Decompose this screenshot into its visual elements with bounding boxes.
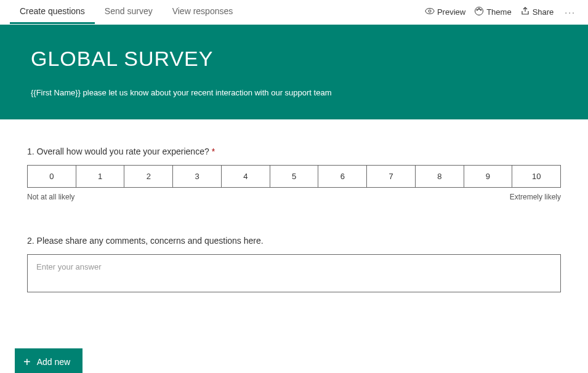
svg-point-0 bbox=[425, 9, 434, 14]
question-1-number: 1. bbox=[27, 146, 34, 156]
question-1-text: Overall how would you rate your experien… bbox=[37, 146, 209, 156]
rating-option-1[interactable]: 1 bbox=[76, 166, 125, 187]
svg-point-4 bbox=[478, 9, 480, 10]
answer-textarea[interactable] bbox=[27, 254, 561, 292]
question-2-label: 2. Please share any comments, concerns a… bbox=[27, 236, 561, 246]
rating-option-9[interactable]: 9 bbox=[464, 166, 513, 187]
survey-content: 1. Overall how would you rate your exper… bbox=[0, 119, 588, 343]
rating-option-7[interactable]: 7 bbox=[367, 166, 416, 187]
svg-point-5 bbox=[480, 9, 481, 10]
rating-left-label: Not at all likely bbox=[27, 193, 75, 201]
rating-option-2[interactable]: 2 bbox=[124, 166, 173, 187]
survey-header: GLOBAL SURVEY {{First Name}} please let … bbox=[0, 25, 588, 119]
rating-option-6[interactable]: 6 bbox=[318, 166, 367, 187]
question-1: 1. Overall how would you rate your exper… bbox=[27, 146, 561, 201]
tab-create-questions[interactable]: Create questions bbox=[10, 0, 95, 24]
theme-button[interactable]: Theme bbox=[474, 6, 511, 18]
rating-option-5[interactable]: 5 bbox=[270, 166, 319, 187]
rating-option-3[interactable]: 3 bbox=[173, 166, 222, 187]
rating-option-8[interactable]: 8 bbox=[416, 166, 464, 187]
add-new-label: Add new bbox=[37, 357, 70, 367]
top-nav: Create questions Send survey View respon… bbox=[0, 0, 588, 25]
svg-point-1 bbox=[429, 10, 431, 12]
rating-scale: 0 1 2 3 4 5 6 7 8 9 10 bbox=[27, 165, 561, 188]
question-1-label: 1. Overall how would you rate your exper… bbox=[27, 146, 561, 156]
tab-view-responses[interactable]: View responses bbox=[163, 0, 243, 24]
survey-title[interactable]: GLOBAL SURVEY bbox=[31, 47, 557, 71]
svg-point-3 bbox=[477, 9, 478, 10]
rating-option-10[interactable]: 10 bbox=[512, 166, 560, 187]
add-new-button[interactable]: + Add new bbox=[15, 348, 83, 373]
theme-label: Theme bbox=[486, 7, 511, 17]
preview-label: Preview bbox=[437, 7, 465, 17]
nav-tabs: Create questions Send survey View respon… bbox=[10, 0, 243, 24]
ellipsis-icon: ··· bbox=[565, 7, 576, 17]
rating-option-4[interactable]: 4 bbox=[222, 166, 270, 187]
plus-icon: + bbox=[23, 356, 31, 368]
question-2: 2. Please share any comments, concerns a… bbox=[27, 236, 561, 294]
question-2-number: 2. bbox=[27, 236, 34, 246]
question-2-text: Please share any comments, concerns and … bbox=[37, 236, 264, 246]
top-actions: Preview Theme Share ··· bbox=[425, 6, 578, 18]
palette-icon bbox=[474, 6, 484, 18]
rating-option-0[interactable]: 0 bbox=[28, 166, 76, 187]
rating-right-label: Extremely likely bbox=[510, 193, 561, 201]
tab-send-survey[interactable]: Send survey bbox=[95, 0, 163, 24]
survey-subtitle[interactable]: {{First Name}} please let us know about … bbox=[31, 88, 557, 97]
required-marker: * bbox=[212, 146, 215, 156]
share-label: Share bbox=[533, 7, 554, 17]
preview-button[interactable]: Preview bbox=[425, 6, 465, 18]
share-button[interactable]: Share bbox=[520, 6, 554, 18]
rating-scale-labels: Not at all likely Extremely likely bbox=[27, 193, 561, 201]
share-icon bbox=[520, 6, 530, 18]
more-button[interactable]: ··· bbox=[562, 7, 578, 17]
eye-icon bbox=[425, 6, 435, 18]
